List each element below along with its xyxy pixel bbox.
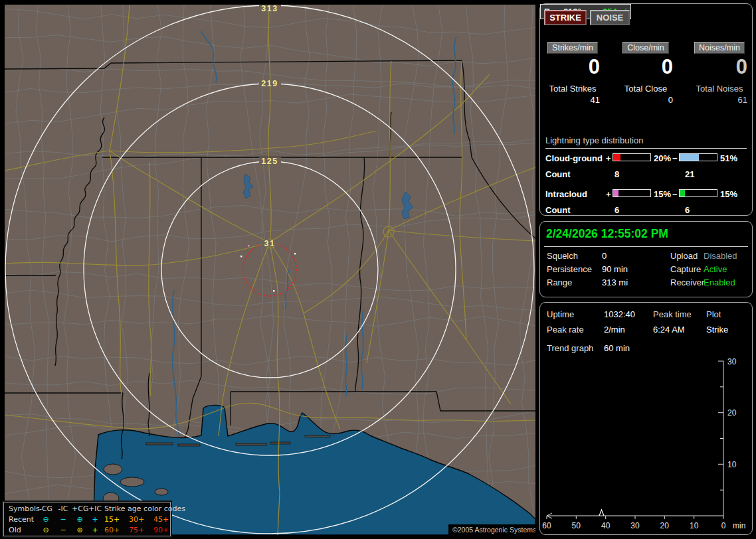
cg-minus-bar-fill [680,154,699,161]
x-axis-unit: min [733,521,745,530]
trend-spike [599,510,604,516]
squelch-value: 0 [602,251,607,261]
legend-old-row: Old ⊖ − ⊕ + 60+ 75+ 90+ [7,525,170,536]
status-row: Range 313 mi Receiver Enabled [540,277,752,291]
legend-col-nic: -IC [55,504,71,514]
strike-dot [248,245,249,246]
cg-minus-bar [679,153,717,161]
x-tick-60: 60 [542,521,551,530]
y-tick-10: 10 [727,460,737,469]
cg-minus-count: 21 [685,169,694,179]
intracloud-count-row: Count 6 6 [545,205,749,216]
plot-header: Plot [706,309,721,319]
legend-recent-label: Recent [9,514,34,525]
trend-tick-labels: 30 20 10 60 50 40 30 20 10 0 min [542,357,745,530]
range-label: Range [547,277,572,287]
ic-minus-pct: 15% [720,189,737,199]
ic-minus-count: 6 [685,205,690,215]
receiver-label: Receiver [670,277,704,287]
trend-info-row: Peak rate 2/min 6:24 AM Strike [540,325,752,338]
squelch-label: Squelch [547,251,578,261]
peak-time-value: 6:24 AM [653,325,685,335]
trend-graph-window: 60 min [604,343,630,353]
close-rate-value: 0 [618,56,673,78]
minus-cg-recent-icon: ⊖ [38,514,54,525]
uptime-value: 1032:40 [604,309,635,319]
plus-ic-old-icon: + [88,525,102,536]
age-60-label: 60+ [104,525,124,536]
noises-counter: Noises/min 0 Total Noises 61 [692,42,747,115]
minus-ic-old-icon: − [55,525,71,536]
ic-minus-bar-fill [680,190,685,196]
strike-dot [240,256,242,257]
strike-dot [294,253,296,254]
cg-plus-count: 8 [614,169,619,179]
capture-label: Capture [670,264,701,274]
status-row: Squelch 0 Upload Disabled [540,251,752,264]
range-ring-label: 125 [261,157,278,166]
capture-value: Active [704,264,727,274]
total-close-value: 0 [618,95,673,105]
distribution-title: Lightning type distribution [545,135,747,149]
status-panel: 2/24/2026 12:55:02 PM Squelch 0 Upload D… [539,221,753,297]
x-tick-10: 10 [690,521,699,530]
age-30-label: 30+ [129,514,149,525]
ic-plus-count: 6 [614,205,619,215]
legend-symbols-label: Symbols [9,504,40,514]
range-ring-label: 31 [264,239,276,248]
count-label: Count [545,205,571,215]
strike-legend: Symbols -CG -IC +CG +IC Strike age color… [3,502,171,536]
status-row: Persistence 90 min Capture Active [540,264,752,277]
close-counter: Close/min 0 Total Close 0 [618,42,673,115]
map-area[interactable]: 313 219 125 31 ©2005 Astrogenic Systems [5,5,535,535]
strikes-counter: Strikes/min 0 Total Strikes 41 [545,42,600,115]
persistence-label: Persistence [547,264,592,274]
cloud-ground-label: Cloud-ground [545,153,603,163]
legend-header-row: Symbols -CG -IC +CG +IC Strike age color… [7,504,170,514]
cloud-ground-row: Cloud-ground + 20% − 51% [545,153,749,164]
x-tick-30: 30 [630,521,640,530]
intracloud-label: Intracloud [545,189,587,199]
x-tick-40: 40 [601,521,611,530]
legend-recent-row: Recent ⊖ − ⊕ + 15+ 30+ 45+ [7,514,170,525]
copyright-bar: ©2005 Astrogenic Systems [448,524,535,535]
divider [544,246,748,247]
legend-col-pic: +IC [88,504,102,514]
strikes-rate-value: 0 [545,56,600,78]
range-value: 313 mi [602,277,628,287]
strikes-per-min-chip: Strikes/min [547,42,598,54]
upload-label: Upload [670,251,698,261]
upload-value: Disabled [704,251,737,261]
range-ring-label: 219 [261,79,278,88]
x-tick-0: 0 [721,521,726,530]
total-noises-value: 61 [692,95,747,105]
plot-value: Strike [706,325,728,335]
map-svg: 313 219 125 31 ©2005 Astrogenic Systems [5,5,535,535]
trend-info-row: Uptime 1032:40 Peak time Plot [540,309,752,323]
plus-sign: + [606,153,611,163]
minus-ic-recent-icon: − [55,514,71,525]
ic-minus-bar [679,189,717,197]
persistence-value: 90 min [602,264,628,274]
noises-per-min-chip: Noises/min [694,42,745,54]
cg-plus-pct: 20% [654,153,671,163]
minus-cg-old-icon: ⊖ [38,525,54,536]
x-tick-20: 20 [660,521,670,530]
strike-dot [273,290,274,291]
ic-plus-bar-fill [613,190,618,196]
noise-button[interactable]: NOISE [590,10,630,25]
total-strikes-value: 41 [545,95,600,105]
receiver-value: Enabled [704,277,735,287]
copyright-text: ©2005 Astrogenic Systems [452,526,535,534]
minus-sign: − [672,189,678,199]
age-15-label: 15+ [104,514,124,525]
legend-old-label: Old [9,525,21,536]
plus-cg-old-icon: ⊕ [72,525,88,536]
strike-button[interactable]: STRIKE [544,10,587,25]
stats-panel: STRIKE NOISE Bng 212° 354mi Strikes/min … [539,3,753,216]
peak-time-header: Peak time [653,309,692,319]
minus-sign: − [672,153,678,163]
count-label: Count [545,169,571,179]
total-noises-label: Total Noises [692,84,747,94]
legend-age-header: Strike age color codes [104,504,185,514]
